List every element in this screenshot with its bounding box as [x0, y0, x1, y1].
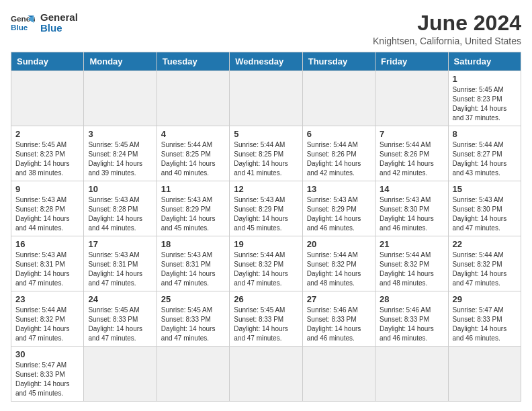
day-info: Sunrise: 5:43 AM Sunset: 8:30 PM Dayligh… — [453, 195, 517, 233]
day-info: Sunrise: 5:44 AM Sunset: 8:26 PM Dayligh… — [307, 140, 371, 178]
calendar-day-cell — [375, 347, 448, 402]
day-number: 29 — [453, 294, 517, 304]
day-number: 9 — [15, 184, 79, 194]
day-number: 17 — [88, 239, 152, 249]
day-number: 28 — [380, 294, 443, 304]
day-number: 7 — [380, 129, 443, 139]
calendar-day-cell: 3Sunrise: 5:45 AM Sunset: 8:24 PM Daylig… — [84, 126, 157, 181]
day-info: Sunrise: 5:46 AM Sunset: 8:33 PM Dayligh… — [307, 306, 371, 343]
calendar-day-cell — [302, 71, 375, 126]
calendar-week-row: 2Sunrise: 5:45 AM Sunset: 8:23 PM Daylig… — [11, 126, 521, 181]
calendar-day-cell: 11Sunrise: 5:43 AM Sunset: 8:29 PM Dayli… — [157, 181, 229, 236]
calendar-week-row: 16Sunrise: 5:43 AM Sunset: 8:31 PM Dayli… — [11, 236, 521, 291]
calendar-week-row: 1Sunrise: 5:45 AM Sunset: 8:23 PM Daylig… — [11, 71, 521, 126]
day-info: Sunrise: 5:46 AM Sunset: 8:33 PM Dayligh… — [380, 306, 443, 343]
weekday-header-thursday: Thursday — [302, 52, 375, 71]
title-block: June 2024 Knightsen, California, United … — [373, 11, 521, 46]
calendar-day-cell: 9Sunrise: 5:43 AM Sunset: 8:28 PM Daylig… — [11, 181, 84, 236]
calendar-day-cell: 17Sunrise: 5:43 AM Sunset: 8:31 PM Dayli… — [84, 236, 157, 291]
calendar-week-row: 30Sunrise: 5:47 AM Sunset: 8:33 PM Dayli… — [11, 347, 521, 402]
calendar-week-row: 23Sunrise: 5:44 AM Sunset: 8:32 PM Dayli… — [11, 291, 521, 347]
calendar-day-cell: 16Sunrise: 5:43 AM Sunset: 8:31 PM Dayli… — [11, 236, 84, 291]
day-number: 13 — [307, 184, 371, 194]
day-info: Sunrise: 5:44 AM Sunset: 8:26 PM Dayligh… — [380, 140, 443, 178]
calendar-day-cell: 20Sunrise: 5:44 AM Sunset: 8:32 PM Dayli… — [302, 236, 375, 291]
day-number: 16 — [15, 239, 79, 249]
calendar-day-cell: 8Sunrise: 5:44 AM Sunset: 8:27 PM Daylig… — [448, 126, 521, 181]
day-info: Sunrise: 5:45 AM Sunset: 8:24 PM Dayligh… — [88, 140, 152, 178]
day-number: 30 — [15, 349, 79, 359]
day-info: Sunrise: 5:44 AM Sunset: 8:32 PM Dayligh… — [307, 250, 371, 288]
calendar-day-cell — [11, 71, 84, 126]
day-number: 15 — [453, 184, 517, 194]
calendar-day-cell: 24Sunrise: 5:45 AM Sunset: 8:33 PM Dayli… — [84, 291, 157, 347]
calendar-day-cell — [157, 71, 229, 126]
day-number: 22 — [453, 239, 517, 249]
day-info: Sunrise: 5:43 AM Sunset: 8:31 PM Dayligh… — [161, 250, 225, 288]
calendar-day-cell: 1Sunrise: 5:45 AM Sunset: 8:23 PM Daylig… — [448, 71, 521, 126]
calendar-day-cell: 27Sunrise: 5:46 AM Sunset: 8:33 PM Dayli… — [302, 291, 375, 347]
day-info: Sunrise: 5:44 AM Sunset: 8:32 PM Dayligh… — [380, 250, 443, 288]
day-number: 25 — [161, 294, 225, 304]
weekday-header-row: SundayMondayTuesdayWednesdayThursdayFrid… — [11, 52, 521, 71]
calendar-table: SundayMondayTuesdayWednesdayThursdayFrid… — [11, 52, 521, 402]
calendar-day-cell: 18Sunrise: 5:43 AM Sunset: 8:31 PM Dayli… — [157, 236, 229, 291]
calendar-day-cell — [84, 71, 157, 126]
calendar-title: June 2024 — [373, 11, 521, 36]
calendar-day-cell: 15Sunrise: 5:43 AM Sunset: 8:30 PM Dayli… — [448, 181, 521, 236]
weekday-header-saturday: Saturday — [448, 52, 521, 71]
weekday-header-friday: Friday — [375, 52, 448, 71]
day-info: Sunrise: 5:44 AM Sunset: 8:27 PM Dayligh… — [453, 140, 517, 178]
day-info: Sunrise: 5:43 AM Sunset: 8:31 PM Dayligh… — [15, 250, 79, 288]
calendar-day-cell: 2Sunrise: 5:45 AM Sunset: 8:23 PM Daylig… — [11, 126, 84, 181]
calendar-day-cell: 10Sunrise: 5:43 AM Sunset: 8:28 PM Dayli… — [84, 181, 157, 236]
day-number: 1 — [453, 74, 517, 84]
day-info: Sunrise: 5:45 AM Sunset: 8:33 PM Dayligh… — [161, 306, 225, 343]
calendar-day-cell — [230, 347, 302, 402]
day-info: Sunrise: 5:43 AM Sunset: 8:28 PM Dayligh… — [88, 195, 152, 233]
day-number: 14 — [380, 184, 443, 194]
day-info: Sunrise: 5:44 AM Sunset: 8:25 PM Dayligh… — [234, 140, 298, 178]
day-info: Sunrise: 5:43 AM Sunset: 8:29 PM Dayligh… — [234, 195, 298, 233]
day-info: Sunrise: 5:43 AM Sunset: 8:29 PM Dayligh… — [307, 195, 371, 233]
day-info: Sunrise: 5:44 AM Sunset: 8:32 PM Dayligh… — [453, 250, 517, 288]
day-number: 20 — [307, 239, 371, 249]
day-number: 6 — [307, 129, 371, 139]
calendar-day-cell: 25Sunrise: 5:45 AM Sunset: 8:33 PM Dayli… — [157, 291, 229, 347]
day-info: Sunrise: 5:43 AM Sunset: 8:31 PM Dayligh… — [88, 250, 152, 288]
calendar-day-cell: 14Sunrise: 5:43 AM Sunset: 8:30 PM Dayli… — [375, 181, 448, 236]
day-number: 4 — [161, 129, 225, 139]
calendar-day-cell: 4Sunrise: 5:44 AM Sunset: 8:25 PM Daylig… — [157, 126, 229, 181]
day-info: Sunrise: 5:43 AM Sunset: 8:29 PM Dayligh… — [161, 195, 225, 233]
day-number: 3 — [88, 129, 152, 139]
day-info: Sunrise: 5:47 AM Sunset: 8:33 PM Dayligh… — [453, 306, 517, 343]
day-info: Sunrise: 5:44 AM Sunset: 8:32 PM Dayligh… — [234, 250, 298, 288]
day-number: 2 — [15, 129, 79, 139]
calendar-day-cell — [157, 347, 229, 402]
calendar-day-cell: 26Sunrise: 5:45 AM Sunset: 8:33 PM Dayli… — [230, 291, 302, 347]
day-number: 24 — [88, 294, 152, 304]
day-info: Sunrise: 5:44 AM Sunset: 8:32 PM Dayligh… — [15, 306, 79, 343]
logo-general-text: General — [40, 12, 78, 24]
calendar-day-cell — [375, 71, 448, 126]
day-number: 8 — [453, 129, 517, 139]
day-number: 11 — [161, 184, 225, 194]
logo-blue-text: Blue — [40, 23, 78, 34]
calendar-day-cell: 30Sunrise: 5:47 AM Sunset: 8:33 PM Dayli… — [11, 347, 84, 402]
calendar-day-cell — [448, 347, 521, 402]
calendar-day-cell: 19Sunrise: 5:44 AM Sunset: 8:32 PM Dayli… — [230, 236, 302, 291]
weekday-header-monday: Monday — [84, 52, 157, 71]
day-number: 19 — [234, 239, 298, 249]
day-info: Sunrise: 5:45 AM Sunset: 8:33 PM Dayligh… — [88, 306, 152, 343]
calendar-day-cell: 28Sunrise: 5:46 AM Sunset: 8:33 PM Dayli… — [375, 291, 448, 347]
day-number: 18 — [161, 239, 225, 249]
calendar-subtitle: Knightsen, California, United States — [373, 36, 521, 46]
day-info: Sunrise: 5:47 AM Sunset: 8:33 PM Dayligh… — [15, 361, 79, 398]
day-number: 21 — [380, 239, 443, 249]
calendar-day-cell: 13Sunrise: 5:43 AM Sunset: 8:29 PM Dayli… — [302, 181, 375, 236]
calendar-day-cell: 23Sunrise: 5:44 AM Sunset: 8:32 PM Dayli… — [11, 291, 84, 347]
day-info: Sunrise: 5:45 AM Sunset: 8:33 PM Dayligh… — [234, 306, 298, 343]
calendar-day-cell: 5Sunrise: 5:44 AM Sunset: 8:25 PM Daylig… — [230, 126, 302, 181]
calendar-day-cell — [230, 71, 302, 126]
day-info: Sunrise: 5:44 AM Sunset: 8:25 PM Dayligh… — [161, 140, 225, 178]
